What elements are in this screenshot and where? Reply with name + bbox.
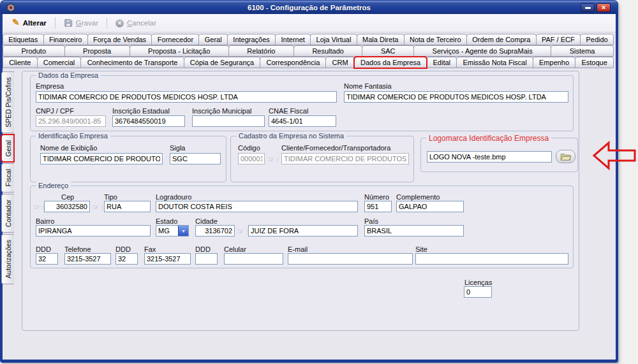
complemento-input[interactable] (396, 201, 464, 212)
tab-item[interactable]: Fornecedor (151, 34, 199, 45)
group-title: Endereço (36, 182, 71, 189)
tab-item[interactable]: Empenho (533, 57, 575, 68)
tab-item[interactable]: Nota de Terceiro (404, 34, 467, 45)
ddd-telefone-input[interactable] (36, 253, 58, 265)
tipo-input[interactable] (104, 201, 151, 212)
tab-item[interactable]: SAC (362, 45, 414, 57)
logomarca-arquivo-input[interactable] (427, 151, 552, 163)
tab-item[interactable]: Pedido (580, 34, 614, 45)
inscricao-municipal-label: Inscrição Municipal (192, 107, 252, 115)
tab-item[interactable]: Edital (426, 57, 457, 68)
toolbar-separator (107, 17, 107, 29)
tab-item[interactable]: Cópia de Segurança (184, 57, 261, 68)
tab-item[interactable]: Produto (3, 45, 65, 57)
tab-item[interactable]: Conhecimento de Transporte (80, 57, 184, 68)
email-input[interactable] (288, 253, 413, 265)
ddd-celular-input[interactable] (195, 253, 218, 265)
tab-item[interactable]: Proposta - Licitação (130, 45, 229, 57)
numero-label: Número (364, 193, 389, 201)
close-button[interactable]: ✕ (597, 3, 611, 12)
minimize-button[interactable] (581, 3, 595, 12)
toolbar-separator (55, 17, 56, 29)
cnpj-input (36, 115, 106, 127)
tab-item[interactable]: Loja Virtual (310, 34, 357, 45)
pais-input[interactable] (364, 225, 464, 237)
group-identificacao-empresa: Identificação Empresa Nome de Exibição S… (30, 136, 226, 182)
tab-item[interactable]: CRM (325, 57, 354, 68)
telefone-label: Telefone (64, 245, 91, 253)
tab-item[interactable]: Serviços - Agente do SupraMais (413, 45, 551, 57)
ddd-celular-label: DDD (195, 245, 211, 253)
tab-item[interactable]: Ordem de Compra (466, 34, 537, 45)
alterar-button[interactable]: ✎ Alterar (8, 16, 51, 30)
tab-item[interactable]: Relatório (228, 45, 294, 57)
sigla-input[interactable] (170, 153, 221, 164)
lookup-hand-icon[interactable]: ☞⋮ (93, 203, 105, 212)
fax-input[interactable] (144, 253, 191, 265)
pencil-icon: ✎ (12, 17, 20, 27)
side-tab-item[interactable]: Contador (1, 194, 14, 233)
cliente-label: Cliente/Fornecedor/Transportadora (281, 144, 390, 152)
tab-row-2: ProdutoPropostaProposta - LicitaçãoRelat… (3, 45, 613, 57)
cidade-codigo-input[interactable] (195, 225, 235, 237)
tab-item[interactable]: Estoque (575, 57, 614, 68)
tab-row-1: EtiquetasFinanceiroForça de VendasFornec… (3, 34, 613, 45)
ddd-fax-input[interactable] (115, 253, 138, 265)
telefone-input[interactable] (64, 253, 111, 265)
nome-fantasia-input[interactable] (344, 91, 568, 103)
cidade-input[interactable] (248, 225, 358, 237)
cep-label: Cep (61, 193, 74, 201)
tab-item[interactable]: Financeiro (43, 34, 88, 45)
tab-item[interactable]: Comercial (37, 57, 82, 68)
tab-item[interactable]: Integrações (227, 34, 276, 45)
group-title-logomarca: Logomarca Identificação Empressa (426, 134, 551, 143)
tab-item[interactable]: Mala Direta (357, 34, 404, 45)
site-input[interactable] (415, 253, 568, 265)
side-tab-item[interactable]: Fiscal (1, 163, 14, 192)
chevron-down-icon[interactable]: ▼ (178, 226, 188, 236)
cancelar-button[interactable]: ✕ Cancelar (111, 17, 161, 29)
tab-item[interactable]: Sistema (551, 45, 614, 57)
browse-logo-button[interactable] (556, 150, 575, 163)
tab-item[interactable]: Resultado (293, 45, 363, 57)
alterar-label: Alterar (23, 19, 47, 27)
side-tab-item[interactable]: Geral (1, 135, 14, 163)
tab-item[interactable]: Geral (198, 34, 228, 45)
folder-open-icon (560, 153, 572, 161)
side-tab-item[interactable]: Autorizações (1, 234, 14, 284)
tab-item[interactable]: Proposta (64, 45, 130, 57)
tab-item[interactable]: Emissão Nota Fiscal (456, 57, 533, 68)
celular-input[interactable] (224, 253, 283, 265)
cep-input[interactable] (44, 201, 90, 212)
tab-item[interactable]: Internet (275, 34, 311, 45)
bairro-label: Bairro (36, 217, 54, 225)
lookup-hand-icon[interactable]: ☞⋮ (268, 155, 281, 164)
side-tab-strip: SPED Pis/CofinsGeralFiscalContadorAutori… (1, 71, 15, 284)
gravar-button[interactable]: Gravar (59, 17, 103, 29)
logradouro-input[interactable] (156, 201, 358, 212)
inscricao-municipal-input[interactable] (192, 115, 265, 127)
side-tab-item[interactable]: SPED Pis/Cofins (1, 71, 14, 133)
cnae-input[interactable] (269, 115, 336, 127)
tab-item[interactable]: Dados da Empresa (354, 57, 427, 68)
codigo-label: Código (238, 144, 260, 152)
group-endereco: Endereço Cep ☞⋮ ☞⋮ Tipo Logradouro Númer… (30, 186, 574, 268)
pais-label: País (364, 217, 378, 225)
bairro-input[interactable] (36, 225, 151, 237)
tipo-label: Tipo (104, 193, 117, 201)
tab-item[interactable]: Força de Vendas (87, 34, 152, 45)
group-title: Cadastro da Empresa no Sistema (236, 132, 346, 140)
tab-item[interactable]: PAF / ECF (536, 34, 581, 45)
tab-item[interactable]: Etiquetas (3, 34, 44, 45)
numero-input[interactable] (364, 201, 392, 212)
group-title: Identificação Empresa (36, 132, 110, 140)
estado-label: Estado (156, 217, 177, 225)
licencas-input[interactable] (464, 286, 492, 298)
gravar-label: Gravar (76, 19, 98, 27)
empresa-input[interactable] (36, 91, 337, 103)
inscricao-estadual-input[interactable] (112, 115, 185, 127)
tab-item[interactable]: Correspondência (260, 57, 326, 68)
estado-select[interactable]: MG ▼ (156, 225, 189, 237)
nome-exibicao-input[interactable] (40, 153, 163, 164)
tab-item[interactable]: Cliente (3, 57, 38, 68)
